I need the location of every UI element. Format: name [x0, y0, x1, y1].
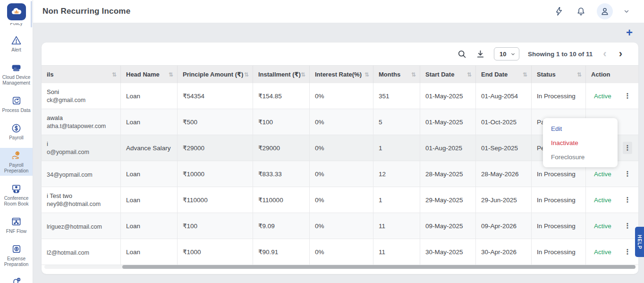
help-tab[interactable]: HELP	[635, 227, 644, 257]
kebab-menu-icon[interactable]: ⋮	[623, 220, 632, 232]
status-cell: In Processing	[532, 83, 586, 109]
sort-icon[interactable]: ⇅	[577, 71, 582, 78]
sidebar-item-label: Alert	[11, 47, 21, 53]
pagination-status: Showing 1 to 10 of 11	[528, 51, 593, 58]
active-link[interactable]: Active	[594, 249, 611, 256]
user-avatar[interactable]	[597, 3, 613, 19]
sidebar-item-label: Conference Room Book	[1, 196, 32, 207]
installment-cell: ₹154.85	[253, 83, 310, 109]
active-link[interactable]: Active	[594, 171, 611, 178]
sort-icon[interactable]: ⇅	[112, 71, 117, 78]
next-page-button[interactable]: ›	[617, 49, 624, 59]
kebab-menu-icon[interactable]: ⋮	[623, 90, 632, 102]
employee-email: 34@yopmail.com	[47, 172, 117, 178]
sort-icon[interactable]: ⇅	[467, 71, 472, 78]
sort-icon[interactable]: ⇅	[244, 71, 249, 78]
sidebar-item-label: Cloud Device Management	[1, 75, 32, 86]
column-header-label: Installment (₹)	[258, 71, 301, 78]
table-header-row: ils ⇅ Head Name ⇅ Principle Amount (₹) ⇅…	[42, 65, 638, 83]
months-cell: 351	[373, 83, 420, 109]
column-header[interactable]: Interest Rate(%) ⇅	[310, 66, 373, 83]
search-icon[interactable]	[457, 49, 467, 59]
sort-icon[interactable]: ⇅	[301, 71, 305, 78]
add-button[interactable]: +	[626, 27, 633, 38]
sort-icon[interactable]: ⇅	[523, 71, 527, 78]
end-date-cell: 01-Aug-2054	[476, 83, 532, 109]
principle-amount-cell: ₹54354	[178, 83, 253, 109]
notifications-bell-icon[interactable]	[575, 6, 586, 17]
interest-rate-cell: 0%	[310, 187, 373, 213]
start-date-cell: 01-May-2025	[420, 109, 476, 135]
horizontal-scrollbar-track[interactable]	[44, 265, 636, 269]
column-header[interactable]: Head Name ⇅	[121, 66, 178, 83]
sidebar-item-expense-preparation[interactable]: Expense Preparation	[0, 241, 33, 269]
app-logo[interactable]	[7, 3, 26, 20]
end-date-cell: 01-Oct-2025	[476, 109, 532, 135]
principle-amount-cell: ₹10000	[178, 161, 253, 187]
prev-page-button[interactable]: ‹	[601, 49, 608, 59]
context-menu-item[interactable]: Inactivate	[543, 136, 618, 150]
column-header[interactable]: ils ⇅	[42, 66, 121, 83]
sidebar-item-payroll[interactable]: Payroll	[0, 120, 33, 143]
column-header[interactable]: Installment (₹) ⇅	[253, 66, 310, 83]
chevron-down-icon[interactable]	[623, 8, 630, 15]
column-header[interactable]: Months ⇅	[373, 66, 420, 83]
start-date-cell: 01-May-2025	[420, 83, 476, 109]
active-link[interactable]: Active	[594, 223, 611, 230]
table-row[interactable]: l2@hotmail.com Loan ₹1000 ₹90.91 0% 11 3…	[42, 239, 638, 265]
months-cell: 12	[373, 161, 420, 187]
status-cell: In Processing	[532, 239, 586, 265]
sidebar-item-notification-rule[interactable]: Notification Rule	[0, 274, 33, 283]
sidebar-item-cloud-device-management[interactable]: Cloud Device Management	[0, 60, 33, 88]
active-link[interactable]: Active	[594, 93, 611, 100]
kebab-menu-icon[interactable]: ⋮	[623, 142, 632, 154]
sidebar-item-policy[interactable]: Policy	[0, 23, 33, 27]
page-size-select[interactable]: 10	[494, 47, 519, 60]
main-content: + 10 Showi	[33, 23, 644, 283]
installment-cell: ₹29000	[253, 135, 310, 161]
context-menu-item[interactable]: Edit	[543, 121, 618, 136]
table-row[interactable]: lriguez@hotmail.com Loan ₹100 ₹9.09 0% 1…	[42, 213, 638, 239]
employee-email: o@yopmail.com	[47, 149, 117, 155]
head-name-cell: Loan	[121, 187, 178, 213]
context-menu-item[interactable]: Foreclosure	[543, 150, 618, 164]
sidebar-item-conference-room-book[interactable]: Conference Room Book	[0, 181, 33, 209]
start-date-cell: 09-May-2025	[420, 213, 476, 239]
head-name-cell: Loan	[121, 213, 178, 239]
sidebar-item-process-data[interactable]: Process Data	[0, 93, 33, 115]
sidebar-scrollbar[interactable]	[31, 1, 32, 27]
kebab-menu-icon[interactable]: ⋮	[623, 168, 632, 180]
column-header[interactable]: Start Date ⇅	[420, 66, 476, 83]
interest-rate-cell: 0%	[310, 83, 373, 109]
active-link[interactable]: Active	[594, 197, 611, 204]
head-name-cell: Loan	[121, 161, 178, 187]
kebab-menu-icon[interactable]: ⋮	[623, 246, 632, 258]
top-bar-actions	[553, 3, 630, 19]
column-header[interactable]: Status ⇅	[532, 66, 586, 83]
principle-amount-cell: ₹1000	[178, 239, 253, 265]
principle-amount-cell: ₹100	[178, 213, 253, 239]
head-name-cell: Advance Salary	[121, 135, 178, 161]
months-cell: 1	[373, 187, 420, 213]
sort-icon[interactable]: ⇅	[411, 71, 416, 78]
sort-icon[interactable]: ⇅	[169, 71, 173, 78]
sidebar-item-fnf-flow[interactable]: FNF Flow	[0, 214, 33, 236]
sidebar-item-payroll-preperation[interactable]: Payroll Preperation	[0, 148, 33, 176]
column-header[interactable]: Action	[586, 66, 638, 83]
sidebar-item-label: Payroll Preperation	[1, 163, 32, 174]
sidebar-item-label: Policy	[10, 23, 23, 26]
employee-email: lriguez@hotmail.com	[47, 223, 117, 230]
sort-icon[interactable]: ⇅	[364, 71, 369, 78]
end-date-cell: 01-Sep-2025	[476, 135, 532, 161]
kebab-menu-icon[interactable]: ⋮	[623, 194, 632, 206]
download-icon[interactable]	[475, 49, 485, 59]
column-header[interactable]: Principle Amount (₹) ⇅	[178, 66, 253, 83]
table-row[interactable]: i Test two ney98@hotmail.com Loan ₹11000…	[42, 187, 638, 213]
column-header[interactable]: End Date ⇅	[476, 66, 532, 83]
flash-icon[interactable]	[553, 6, 565, 17]
horizontal-scrollbar-thumb[interactable]	[122, 265, 636, 269]
employee-email: atha.t@tatapower.com	[47, 123, 117, 129]
table-row[interactable]: Soni ck@gmail.com Loan ₹54354 ₹154.85 0%…	[42, 83, 638, 109]
sidebar-item-alert[interactable]: Alert	[0, 33, 33, 55]
end-date-cell: 30-Apr-2026	[476, 239, 532, 265]
